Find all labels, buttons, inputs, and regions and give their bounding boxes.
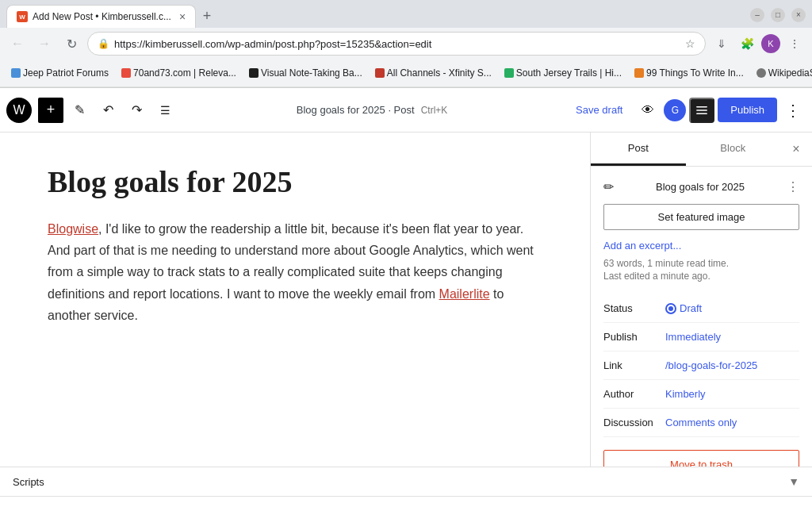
- tab-post[interactable]: Post: [591, 133, 686, 166]
- profile-button[interactable]: K: [761, 34, 780, 53]
- status-circle-icon: [665, 303, 676, 314]
- bookmark-xfinity[interactable]: All Channels - Xfinity S...: [370, 66, 496, 80]
- scripts-bar[interactable]: Scripts ▼: [0, 467, 812, 497]
- bookmark-favicon: [504, 68, 514, 78]
- toolbar-right: Save draft 👁 G Publish ⋮: [566, 98, 806, 123]
- list-view-button[interactable]: ☰: [152, 98, 178, 123]
- bookmark-label: WikipediaSearch: [768, 67, 812, 79]
- window-controls: – □ ×: [750, 8, 806, 25]
- tab-title: Add New Post • Kimberussell.c...: [33, 11, 171, 22]
- author-label: Author: [603, 388, 659, 400]
- sidebar-close-button[interactable]: ×: [783, 136, 809, 162]
- featured-image-button[interactable]: Set featured image: [603, 204, 799, 230]
- sidebar-content: ✏ Blog goals for 2025 ⋮ Set featured ima…: [591, 167, 812, 467]
- scripts-arrow-icon: ▼: [788, 475, 799, 488]
- blogwise-link[interactable]: Blogwise: [48, 222, 98, 236]
- redo-button[interactable]: ↷: [124, 98, 149, 123]
- bookmark-wikipedia[interactable]: WikipediaSearch: [752, 66, 812, 80]
- sidebar-tabs: Post Block ×: [591, 133, 812, 167]
- maximize-button[interactable]: □: [771, 8, 785, 22]
- discussion-value[interactable]: Comments only: [665, 417, 737, 428]
- bookmark-label: 70and73.com | Releva...: [133, 67, 236, 79]
- status-row: Status Draft: [603, 294, 799, 323]
- tools-button[interactable]: ✎: [67, 98, 92, 123]
- publish-value[interactable]: Immediately: [665, 331, 721, 343]
- bookmark-favicon: [634, 68, 644, 78]
- add-block-button[interactable]: +: [38, 98, 63, 123]
- svg-rect-0: [696, 106, 707, 108]
- bookmark-favicon: [11, 68, 21, 78]
- svg-rect-2: [696, 113, 707, 114]
- publish-label: Publish: [603, 331, 659, 343]
- add-excerpt-link[interactable]: Add an excerpt...: [603, 240, 799, 252]
- toolbar-center: Blog goals for 2025 · Post Ctrl+K: [181, 104, 563, 116]
- tab-favicon: W: [17, 11, 28, 22]
- back-button[interactable]: ←: [6, 33, 29, 55]
- editor-toolbar: W + ✎ ↶ ↷ ☰ Blog goals for 2025 · Post C…: [0, 88, 812, 133]
- publish-button[interactable]: Publish: [718, 98, 777, 122]
- link-value[interactable]: /blog-goals-for-2025: [665, 359, 757, 371]
- bookmark-trails[interactable]: South Jersey Trails | Hi...: [500, 66, 626, 80]
- refresh-button[interactable]: ↻: [60, 33, 82, 55]
- edit-icon: ✏: [603, 179, 614, 194]
- gravatar-button[interactable]: G: [664, 99, 686, 121]
- close-window-button[interactable]: ×: [791, 8, 806, 22]
- editor-main[interactable]: Blog goals for 2025 Blogwise, I'd like t…: [0, 133, 590, 467]
- address-bar-row: ← → ↻ 🔒 https://kimberussell.com/wp-admi…: [0, 28, 812, 60]
- bookmark-favicon: [121, 68, 131, 78]
- editor-body: Blog goals for 2025 Blogwise, I'd like t…: [0, 133, 812, 467]
- address-bar[interactable]: 🔒 https://kimberussell.com/wp-admin/post…: [87, 32, 706, 56]
- bookmark-label: 99 Things To Write In...: [646, 67, 744, 79]
- seo-bar[interactable]: SEO Settings ▼: [0, 497, 812, 507]
- shortcut-hint: Ctrl+K: [421, 105, 448, 116]
- lock-icon: 🔒: [98, 38, 109, 49]
- wp-logo[interactable]: W: [6, 98, 32, 123]
- active-tab[interactable]: W Add New Post • Kimberussell.c... ×: [6, 5, 196, 28]
- status-label: Status: [603, 302, 659, 314]
- bottom-bars: Scripts ▼ SEO Settings ▼: [0, 467, 812, 507]
- bookmark-jeep[interactable]: Jeep Patriot Forums: [6, 66, 113, 80]
- download-button[interactable]: ⇓: [710, 33, 733, 55]
- bookmark-visualnote[interactable]: Visual Note-Taking Ba...: [244, 66, 367, 80]
- settings-button[interactable]: [689, 98, 714, 123]
- status-value[interactable]: Draft: [665, 302, 702, 314]
- bookmark-favicon: [375, 68, 385, 78]
- post-meta: Status Draft Publish Immediately Link /b…: [603, 294, 799, 437]
- content-paragraph: Blogwise, I'd like to grow the readershi…: [48, 218, 542, 326]
- more-button[interactable]: ⋮: [783, 33, 806, 55]
- wp-editor: W + ✎ ↶ ↷ ☰ Blog goals for 2025 · Post C…: [0, 88, 812, 507]
- tab-close-btn[interactable]: ×: [179, 10, 186, 23]
- move-to-trash-button[interactable]: Move to trash: [603, 450, 799, 467]
- undo-button[interactable]: ↶: [95, 98, 121, 123]
- bookmarks-bar: Jeep Patriot Forums 70and73.com | Releva…: [0, 60, 812, 87]
- preview-button[interactable]: 👁: [635, 98, 661, 123]
- bookmark-label: South Jersey Trails | Hi...: [516, 67, 622, 79]
- more-options-button[interactable]: ⋮: [780, 98, 806, 123]
- bookmark-99things[interactable]: 99 Things To Write In...: [630, 66, 749, 80]
- sidebar-header: ✏ Blog goals for 2025 ⋮: [603, 179, 799, 194]
- bookmark-label: Jeep Patriot Forums: [23, 67, 109, 79]
- bookmark-star-icon[interactable]: ☆: [685, 37, 695, 50]
- tab-block[interactable]: Block: [686, 133, 781, 166]
- author-value[interactable]: Kimberly: [665, 388, 706, 400]
- bookmark-favicon: [756, 68, 766, 78]
- post-title[interactable]: Blog goals for 2025: [48, 164, 542, 199]
- forward-button[interactable]: →: [33, 33, 56, 55]
- sidebar-more-button[interactable]: ⋮: [787, 179, 799, 194]
- save-draft-button[interactable]: Save draft: [566, 99, 632, 121]
- minimize-button[interactable]: –: [750, 8, 764, 22]
- bookmark-label: All Channels - Xfinity S...: [387, 67, 492, 79]
- publish-row: Publish Immediately: [603, 323, 799, 351]
- scripts-label: Scripts: [13, 476, 44, 488]
- extensions-button[interactable]: 🧩: [736, 33, 758, 55]
- last-edited: Last edited a minute ago.: [603, 271, 799, 282]
- bookmark-70and73[interactable]: 70and73.com | Releva...: [117, 66, 241, 80]
- post-title-display: Blog goals for 2025 · Post: [297, 104, 415, 116]
- post-content[interactable]: Blogwise, I'd like to grow the readershi…: [48, 218, 542, 326]
- link-row: Link /blog-goals-for-2025: [603, 351, 799, 380]
- browser-chrome: W Add New Post • Kimberussell.c... × + –…: [0, 0, 812, 88]
- svg-rect-1: [696, 109, 707, 111]
- new-tab-button[interactable]: +: [196, 6, 218, 28]
- editor-sidebar: Post Block × ✏ Blog goals for 2025 ⋮ Set…: [590, 133, 812, 467]
- mailerlite-link[interactable]: Mailerlite: [439, 287, 490, 301]
